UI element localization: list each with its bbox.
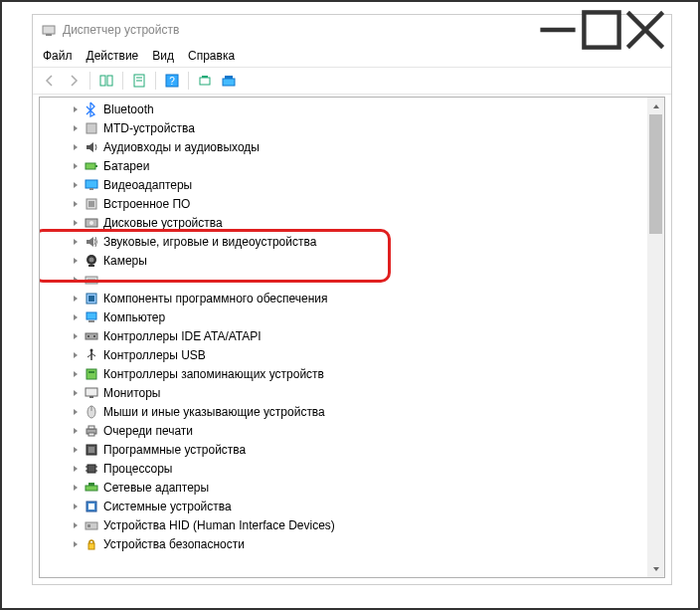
scroll-down-button[interactable]	[647, 560, 664, 577]
help-button[interactable]: ?	[161, 70, 183, 92]
disk-icon	[84, 215, 99, 231]
expand-icon[interactable]	[70, 198, 82, 210]
close-button[interactable]	[623, 16, 667, 44]
cpu-icon	[84, 461, 99, 477]
tree-item[interactable]: Компьютер	[40, 307, 647, 326]
security-icon	[84, 536, 99, 552]
vertical-scrollbar[interactable]	[647, 98, 664, 577]
tree-item[interactable]: Устройства HID (Human Interface Devices)	[40, 515, 647, 534]
tree-item[interactable]: Сетевые адаптеры	[40, 478, 647, 497]
expand-icon[interactable]	[70, 160, 82, 172]
expand-icon[interactable]	[70, 425, 82, 437]
expand-icon[interactable]	[70, 122, 82, 134]
svg-rect-0	[43, 26, 55, 34]
svg-rect-64	[88, 543, 94, 549]
tree-item-label: Мыши и иные указывающие устройства	[103, 405, 325, 419]
audio-icon	[84, 139, 99, 155]
svg-rect-33	[87, 312, 96, 319]
device-tree[interactable]: BluetoothMTD-устройстваАудиовходы и ауди…	[40, 98, 647, 577]
tree-item[interactable]: Контроллеры IDE ATA/ATAPI	[40, 326, 647, 345]
menu-help[interactable]: Справка	[188, 49, 235, 63]
svg-rect-35	[86, 333, 97, 339]
svg-rect-58	[86, 486, 97, 491]
tree-item[interactable]: Видеоадаптеры	[40, 175, 647, 194]
menu-file[interactable]: Файл	[43, 49, 73, 63]
tree-item[interactable]: Bluetooth	[40, 100, 647, 118]
svg-rect-21	[89, 188, 93, 190]
svg-rect-18	[86, 163, 95, 169]
tree-item[interactable]: Дисковые устройства	[40, 213, 647, 232]
svg-rect-49	[88, 426, 94, 429]
expand-icon[interactable]	[70, 368, 82, 380]
forward-button[interactable]	[63, 70, 85, 92]
tree-item-label: Звуковые, игровые и видеоустройства	[103, 235, 316, 249]
expand-icon[interactable]	[70, 217, 82, 229]
back-button[interactable]	[39, 70, 61, 92]
expand-icon[interactable]	[70, 274, 82, 286]
tree-item[interactable]: Компоненты программного обеспечения	[40, 289, 647, 307]
svg-point-27	[89, 257, 94, 262]
tree-item[interactable]: MTD-устройства	[40, 118, 647, 137]
mouse-icon	[84, 404, 99, 420]
expand-icon[interactable]	[70, 538, 82, 550]
tree-item[interactable]: Программные устройства	[40, 440, 647, 459]
tree-item[interactable]: Контроллеры USB	[40, 345, 647, 364]
expand-icon[interactable]	[70, 406, 82, 418]
menu-action[interactable]: Действие	[87, 49, 139, 63]
sound-icon	[84, 234, 99, 250]
tree-item-label: Компьютер	[103, 310, 165, 324]
software-icon	[84, 291, 99, 306]
tree-item[interactable]: Процессоры	[40, 459, 647, 478]
tree-item[interactable]: Контроллеры запоминающих устройств	[40, 364, 647, 383]
maximize-button[interactable]	[580, 16, 623, 44]
usb-icon	[84, 347, 99, 363]
expand-icon[interactable]	[70, 255, 82, 267]
tree-item[interactable]: Аудиовходы и аудиовыходы	[40, 137, 647, 156]
add-legacy-hardware-button[interactable]	[218, 70, 240, 92]
expand-icon[interactable]	[70, 179, 82, 191]
toolbar-separator	[188, 72, 189, 90]
properties-button[interactable]	[128, 70, 150, 92]
tree-item[interactable]: Устройства безопасности	[40, 534, 647, 553]
keyboard-icon	[84, 272, 99, 288]
tree-item[interactable]: Встроенное ПО	[40, 194, 647, 213]
tree-item[interactable]	[40, 270, 647, 289]
tree-panel: BluetoothMTD-устройстваАудиовходы и ауди…	[39, 97, 665, 578]
tree-item[interactable]: Камеры	[40, 251, 647, 270]
titlebar[interactable]: Диспетчер устройств	[33, 15, 671, 45]
expand-icon[interactable]	[70, 349, 82, 361]
svg-rect-61	[88, 504, 94, 509]
scroll-thumb[interactable]	[649, 114, 662, 234]
expand-icon[interactable]	[70, 311, 82, 323]
expand-icon[interactable]	[70, 501, 82, 512]
expand-icon[interactable]	[70, 293, 82, 305]
show-hide-console-button[interactable]	[95, 70, 117, 92]
tree-item[interactable]: Мыши и иные указывающие устройства	[40, 402, 647, 421]
expand-icon[interactable]	[70, 103, 82, 115]
minimize-button[interactable]	[536, 16, 580, 44]
svg-rect-23	[88, 201, 94, 207]
expand-icon[interactable]	[70, 482, 82, 494]
expand-icon[interactable]	[70, 236, 82, 248]
scroll-up-button[interactable]	[647, 98, 664, 114]
scroll-track[interactable]	[647, 114, 664, 560]
svg-rect-14	[202, 76, 208, 78]
expand-icon[interactable]	[70, 141, 82, 153]
tree-item[interactable]: Очереди печати	[40, 421, 647, 440]
tree-item-label: Видеоадаптеры	[103, 178, 192, 192]
expand-icon[interactable]	[70, 330, 82, 342]
expand-icon[interactable]	[70, 387, 82, 399]
tree-item-label: Устройства HID (Human Interface Devices)	[103, 518, 335, 532]
svg-rect-50	[88, 433, 94, 436]
tree-item-label: Сетевые адаптеры	[103, 481, 209, 495]
tree-item[interactable]: Звуковые, игровые и видеоустройства	[40, 232, 647, 251]
tree-item[interactable]: Мониторы	[40, 383, 647, 402]
expand-icon[interactable]	[70, 463, 82, 475]
tree-item[interactable]: Батареи	[40, 156, 647, 175]
tree-item[interactable]: Системные устройства	[40, 497, 647, 515]
expand-icon[interactable]	[70, 519, 82, 531]
menu-view[interactable]: Вид	[152, 49, 174, 63]
expand-icon[interactable]	[70, 444, 82, 456]
tree-item-label: Системные устройства	[103, 500, 232, 513]
scan-hardware-button[interactable]	[194, 70, 216, 92]
